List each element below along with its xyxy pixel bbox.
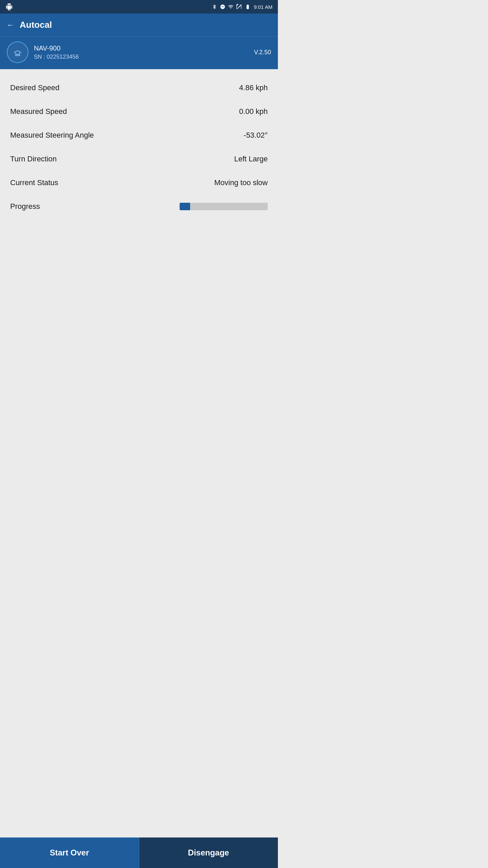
device-icon-circle [7, 41, 28, 63]
progress-bar-fill [180, 203, 190, 210]
svg-point-3 [18, 55, 19, 55]
data-row: Measured Speed 0.00 kph [10, 100, 268, 123]
svg-point-2 [17, 55, 18, 55]
device-name: NAV-900 [34, 44, 79, 52]
svg-point-1 [16, 55, 17, 55]
data-row-value: -53.02° [244, 131, 268, 140]
data-row-value: 0.00 kph [239, 107, 268, 116]
battery-icon [244, 4, 251, 9]
data-row: Turn Direction Left Large [10, 147, 268, 171]
status-bar-left [5, 3, 13, 11]
toolbar-title: Autocal [20, 20, 52, 30]
data-row-label: Turn Direction [10, 155, 57, 163]
device-info-left: NAV-900 SN : 0225123456 [7, 41, 79, 63]
data-row-label: Measured Speed [10, 107, 67, 116]
data-row: Current Status Moving too slow [10, 171, 268, 195]
progress-label: Progress [10, 202, 40, 211]
progress-row: Progress [10, 195, 268, 218]
toolbar: ← Autocal [0, 14, 278, 36]
data-row: Measured Steering Angle -53.02° [10, 123, 268, 147]
device-text-info: NAV-900 SN : 0225123456 [34, 44, 79, 60]
data-row-value: Left Large [234, 155, 268, 163]
data-row-label: Desired Speed [10, 83, 60, 92]
device-router-icon [12, 47, 23, 58]
device-version: V.2.50 [254, 49, 271, 56]
device-info-bar: NAV-900 SN : 0225123456 V.2.50 [0, 36, 278, 69]
data-row-value: 4.86 kph [239, 83, 268, 92]
signal-icon [236, 4, 242, 9]
data-row-label: Current Status [10, 178, 58, 187]
status-bar: 9:01 AM [0, 0, 278, 14]
dnd-icon [220, 4, 225, 9]
svg-line-4 [16, 52, 16, 54]
data-rows-container: Desired Speed 4.86 kph Measured Speed 0.… [10, 76, 268, 195]
data-row-value: Moving too slow [214, 178, 268, 187]
svg-line-5 [19, 52, 20, 54]
wifi-status-icon [228, 4, 233, 9]
main-content: Desired Speed 4.86 kph Measured Speed 0.… [0, 69, 278, 259]
status-time: 9:01 AM [254, 4, 272, 10]
data-row: Desired Speed 4.86 kph [10, 76, 268, 100]
data-row-label: Measured Steering Angle [10, 131, 94, 140]
status-bar-right: 9:01 AM [212, 4, 272, 10]
android-icon [5, 3, 13, 11]
bluetooth-icon [212, 4, 217, 9]
device-sn: SN : 0225123456 [34, 54, 79, 60]
progress-bar-container [180, 203, 268, 210]
back-button[interactable]: ← [7, 21, 14, 29]
